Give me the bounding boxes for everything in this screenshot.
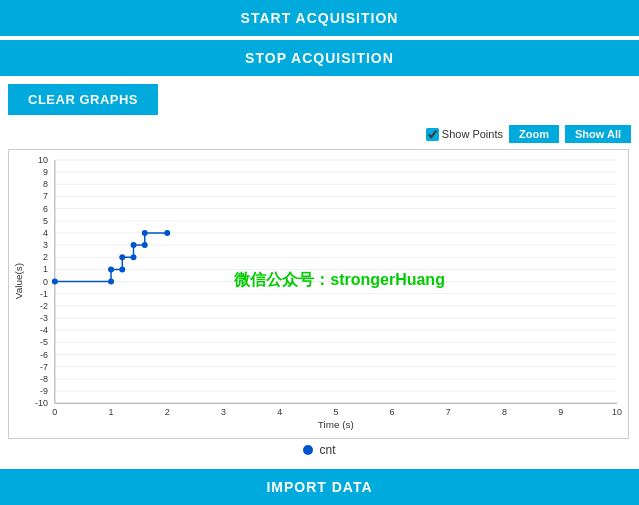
svg-text:5: 5 [333, 407, 338, 417]
chart-controls: Show Points Zoom Show All [0, 123, 639, 145]
show-points-label[interactable]: Show Points [426, 128, 503, 141]
svg-point-63 [131, 242, 137, 248]
show-points-checkbox[interactable] [426, 128, 439, 141]
svg-point-62 [131, 254, 137, 260]
svg-text:7: 7 [43, 191, 48, 201]
svg-text:3: 3 [43, 240, 48, 250]
svg-text:9: 9 [43, 167, 48, 177]
svg-text:-6: -6 [40, 350, 48, 360]
svg-point-61 [119, 254, 125, 260]
svg-text:0: 0 [43, 277, 48, 287]
svg-text:0: 0 [52, 407, 57, 417]
show-all-button[interactable]: Show All [565, 125, 631, 143]
svg-point-65 [142, 230, 148, 236]
svg-text:-5: -5 [40, 337, 48, 347]
svg-text:4: 4 [277, 407, 282, 417]
svg-text:-2: -2 [40, 301, 48, 311]
svg-point-66 [164, 230, 170, 236]
svg-text:6: 6 [390, 407, 395, 417]
svg-text:3: 3 [221, 407, 226, 417]
svg-text:5: 5 [43, 216, 48, 226]
zoom-button[interactable]: Zoom [509, 125, 559, 143]
svg-text:9: 9 [558, 407, 563, 417]
svg-text:-4: -4 [40, 325, 48, 335]
chart-area: .grid-line { stroke: #ddd; stroke-width:… [0, 145, 639, 439]
svg-text:1: 1 [43, 264, 48, 274]
chart-svg: .grid-line { stroke: #ddd; stroke-width:… [9, 150, 628, 438]
svg-text:2: 2 [165, 407, 170, 417]
svg-text:-3: -3 [40, 313, 48, 323]
import-data-button[interactable]: IMPORT DATA [0, 469, 639, 505]
legend-dot [303, 445, 313, 455]
legend-label: cnt [319, 443, 335, 457]
svg-point-58 [108, 279, 114, 285]
clear-graphs-row: CLEAR GRAPHS [0, 76, 639, 123]
svg-text:8: 8 [502, 407, 507, 417]
svg-text:2: 2 [43, 252, 48, 262]
stop-acquisition-button[interactable]: STOP ACQUISITION [0, 40, 639, 76]
svg-point-60 [119, 266, 125, 272]
start-acquisition-button[interactable]: START ACQUISITION [0, 0, 639, 36]
svg-text:8: 8 [43, 179, 48, 189]
svg-text:1: 1 [109, 407, 114, 417]
svg-text:-7: -7 [40, 362, 48, 372]
svg-text:Time (s): Time (s) [318, 419, 354, 430]
svg-text:-10: -10 [35, 398, 48, 408]
svg-text:10: 10 [38, 155, 48, 165]
svg-text:-8: -8 [40, 374, 48, 384]
legend-area: cnt [0, 439, 639, 459]
svg-point-57 [52, 279, 58, 285]
import-data-label: IMPORT DATA [266, 479, 372, 495]
svg-point-64 [142, 242, 148, 248]
svg-text:-1: -1 [40, 289, 48, 299]
svg-text:Value(s): Value(s) [13, 263, 24, 299]
svg-text:-9: -9 [40, 386, 48, 396]
clear-graphs-button[interactable]: CLEAR GRAPHS [8, 84, 158, 115]
svg-text:10: 10 [612, 407, 622, 417]
svg-text:6: 6 [43, 204, 48, 214]
svg-point-59 [108, 266, 114, 272]
stop-acquisition-label: STOP ACQUISITION [245, 50, 394, 66]
svg-text:4: 4 [43, 228, 48, 238]
chart-container: .grid-line { stroke: #ddd; stroke-width:… [8, 149, 629, 439]
start-acquisition-label: START ACQUISITION [241, 10, 399, 26]
svg-text:7: 7 [446, 407, 451, 417]
